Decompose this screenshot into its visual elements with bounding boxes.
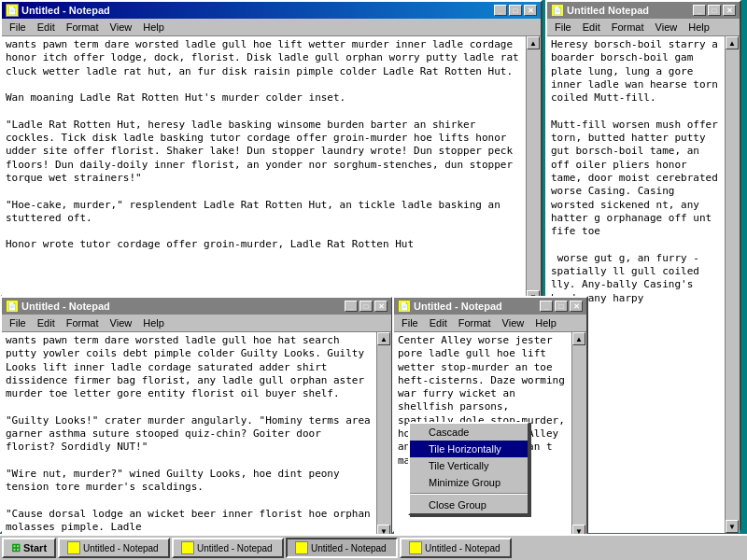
- context-menu: Cascade Tile Horizontally Tile Verticall…: [408, 422, 529, 515]
- menu-file-1[interactable]: File: [4, 20, 32, 35]
- text-content-1[interactable]: wants pawn term dare worsted ladle gull …: [2, 36, 526, 303]
- scrollbar-up-4[interactable]: ▲: [572, 332, 585, 345]
- title-bar-3: 📄 Untitled - Notepad _ □ ✕: [2, 298, 391, 315]
- minimize-btn-4[interactable]: _: [540, 301, 553, 312]
- menu-format-4[interactable]: Format: [453, 315, 497, 330]
- close-btn-3[interactable]: ✕: [374, 301, 388, 312]
- window-title-1: Untitled - Notepad: [21, 5, 110, 16]
- taskbar-icon-3: [295, 541, 308, 554]
- window-title-2: Untitled Notepad: [567, 5, 649, 16]
- menu-edit-1[interactable]: Edit: [32, 20, 61, 35]
- menu-bar-3: File Edit Format View Help: [2, 315, 391, 332]
- notepad-window-3[interactable]: 📄 Untitled - Notepad _ □ ✕ File Edit For…: [0, 296, 393, 533]
- taskbar: ⊞ Start Untitled - Notepad Untitled - No…: [0, 534, 747, 560]
- title-bar-2: 📄 Untitled Notepad _ □ ✕: [547, 2, 740, 19]
- menu-file-2[interactable]: File: [549, 20, 577, 35]
- text-content-3[interactable]: wants pawn term dare worsted ladle gull …: [2, 332, 376, 538]
- menu-bar-4: File Edit Format View Help: [394, 315, 586, 332]
- maximize-btn-2[interactable]: □: [708, 5, 721, 16]
- maximize-btn-3[interactable]: □: [359, 301, 373, 312]
- context-menu-close-group[interactable]: Close Group: [410, 497, 528, 513]
- taskbar-btn-4[interactable]: Untitled - Notepad: [400, 538, 512, 558]
- taskbar-label-1: Untitled - Notepad: [83, 543, 159, 553]
- menu-format-2[interactable]: Format: [606, 20, 650, 35]
- taskbar-label-2: Untitled - Notepad: [197, 543, 273, 553]
- context-menu-minimize-group[interactable]: Minimize Group: [410, 474, 528, 491]
- scrollbar-up-2[interactable]: ▲: [726, 36, 739, 49]
- taskbar-btn-1[interactable]: Untitled - Notepad: [58, 538, 170, 558]
- taskbar-icon-1: [67, 541, 80, 554]
- menu-view-3[interactable]: View: [105, 315, 138, 330]
- title-buttons-2[interactable]: _ □ ✕: [693, 5, 736, 16]
- title-buttons-3[interactable]: _ □ ✕: [345, 301, 388, 312]
- windows-logo: ⊞: [11, 541, 21, 554]
- menu-format-3[interactable]: Format: [61, 315, 105, 330]
- minimize-btn-1[interactable]: _: [494, 5, 507, 16]
- menu-bar-1: File Edit Format View Help: [2, 19, 541, 36]
- context-menu-tile-horizontal[interactable]: Tile Horizontally: [410, 441, 528, 457]
- taskbar-label-3: Untitled - Notepad: [311, 543, 387, 553]
- notepad-window-1[interactable]: 📄 Untitled - Notepad _ □ ✕ File Edit For…: [0, 0, 543, 297]
- scrollbar-up-3[interactable]: ▲: [377, 332, 390, 345]
- maximize-btn-4[interactable]: □: [555, 301, 568, 312]
- window-title-3: Untitled - Notepad: [21, 301, 110, 312]
- minimize-btn-3[interactable]: _: [345, 301, 358, 312]
- window-icon-4: 📄: [398, 300, 411, 313]
- menu-view-1[interactable]: View: [105, 20, 138, 35]
- menu-file-3[interactable]: File: [4, 315, 32, 330]
- taskbar-btn-2[interactable]: Untitled - Notepad: [172, 538, 284, 558]
- close-btn-1[interactable]: ✕: [524, 5, 537, 16]
- context-menu-separator: [410, 493, 528, 495]
- close-btn-2[interactable]: ✕: [723, 5, 736, 16]
- taskbar-icon-2: [181, 541, 194, 554]
- start-button[interactable]: ⊞ Start: [2, 538, 56, 558]
- window-title-4: Untitled - Notepad: [414, 301, 502, 312]
- scrollbar-up-1[interactable]: ▲: [527, 36, 540, 49]
- title-bar-4: 📄 Untitled - Notepad _ □ ✕: [394, 298, 586, 315]
- context-menu-tile-vertical[interactable]: Tile Vertically: [410, 457, 528, 474]
- title-buttons-4[interactable]: _ □ ✕: [540, 301, 583, 312]
- menu-view-2[interactable]: View: [650, 20, 684, 35]
- menu-help-4[interactable]: Help: [529, 315, 562, 330]
- title-bar-1: 📄 Untitled - Notepad _ □ ✕: [2, 2, 541, 19]
- maximize-btn-1[interactable]: □: [509, 5, 522, 16]
- close-btn-4[interactable]: ✕: [570, 301, 583, 312]
- context-menu-cascade[interactable]: Cascade: [410, 424, 528, 441]
- menu-help-2[interactable]: Help: [683, 20, 715, 35]
- minimize-btn-2[interactable]: _: [693, 5, 706, 16]
- menu-edit-3[interactable]: Edit: [32, 315, 61, 330]
- scrollbar-down-2[interactable]: ▼: [726, 520, 739, 533]
- window-icon-2: 📄: [551, 4, 564, 17]
- menu-file-4[interactable]: File: [396, 315, 424, 330]
- taskbar-icon-4: [409, 541, 422, 554]
- menu-view-4[interactable]: View: [497, 315, 530, 330]
- taskbar-label-4: Untitled - Notepad: [425, 543, 500, 553]
- taskbar-btn-3[interactable]: Untitled - Notepad: [286, 538, 398, 558]
- menu-bar-2: File Edit Format View Help: [547, 19, 740, 36]
- menu-help-3[interactable]: Help: [137, 315, 170, 330]
- title-buttons-1[interactable]: _ □ ✕: [494, 5, 537, 16]
- menu-help-1[interactable]: Help: [137, 20, 170, 35]
- window-icon-1: 📄: [6, 4, 19, 17]
- start-label: Start: [23, 542, 47, 553]
- menu-format-1[interactable]: Format: [61, 20, 105, 35]
- window-icon-3: 📄: [6, 300, 19, 313]
- menu-edit-2[interactable]: Edit: [577, 20, 606, 35]
- menu-edit-4[interactable]: Edit: [424, 315, 453, 330]
